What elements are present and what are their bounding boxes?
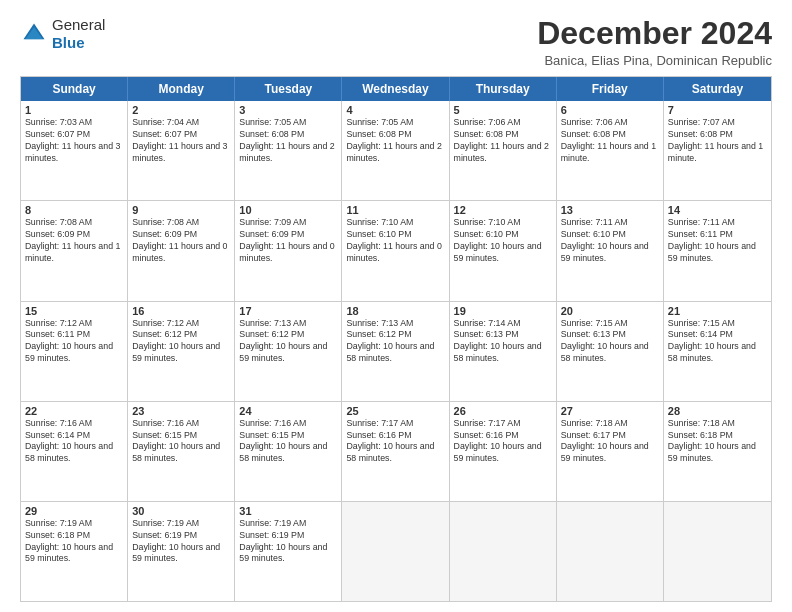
day-cell-28: 28Sunrise: 7:18 AMSunset: 6:18 PMDayligh… bbox=[664, 402, 771, 501]
day-cell-22: 22Sunrise: 7:16 AMSunset: 6:14 PMDayligh… bbox=[21, 402, 128, 501]
day-info: Sunrise: 7:19 AMSunset: 6:18 PMDaylight:… bbox=[25, 518, 123, 566]
day-info: Sunrise: 7:08 AMSunset: 6:09 PMDaylight:… bbox=[25, 217, 123, 265]
header-day-friday: Friday bbox=[557, 77, 664, 101]
day-number: 23 bbox=[132, 405, 230, 417]
calendar-row-3: 15Sunrise: 7:12 AMSunset: 6:11 PMDayligh… bbox=[21, 301, 771, 401]
header-day-tuesday: Tuesday bbox=[235, 77, 342, 101]
day-number: 9 bbox=[132, 204, 230, 216]
day-number: 3 bbox=[239, 104, 337, 116]
day-number: 29 bbox=[25, 505, 123, 517]
header-day-sunday: Sunday bbox=[21, 77, 128, 101]
day-info: Sunrise: 7:08 AMSunset: 6:09 PMDaylight:… bbox=[132, 217, 230, 265]
calendar-row-2: 8Sunrise: 7:08 AMSunset: 6:09 PMDaylight… bbox=[21, 200, 771, 300]
day-info: Sunrise: 7:06 AMSunset: 6:08 PMDaylight:… bbox=[561, 117, 659, 165]
logo-icon bbox=[20, 20, 48, 48]
logo: General Blue bbox=[20, 16, 105, 52]
day-cell-19: 19Sunrise: 7:14 AMSunset: 6:13 PMDayligh… bbox=[450, 302, 557, 401]
day-info: Sunrise: 7:13 AMSunset: 6:12 PMDaylight:… bbox=[239, 318, 337, 366]
day-number: 11 bbox=[346, 204, 444, 216]
day-cell-empty bbox=[450, 502, 557, 601]
logo-text: General Blue bbox=[52, 16, 105, 52]
day-info: Sunrise: 7:11 AMSunset: 6:10 PMDaylight:… bbox=[561, 217, 659, 265]
day-number: 31 bbox=[239, 505, 337, 517]
day-number: 27 bbox=[561, 405, 659, 417]
day-info: Sunrise: 7:13 AMSunset: 6:12 PMDaylight:… bbox=[346, 318, 444, 366]
month-title: December 2024 bbox=[537, 16, 772, 51]
day-cell-29: 29Sunrise: 7:19 AMSunset: 6:18 PMDayligh… bbox=[21, 502, 128, 601]
day-info: Sunrise: 7:12 AMSunset: 6:12 PMDaylight:… bbox=[132, 318, 230, 366]
header-day-thursday: Thursday bbox=[450, 77, 557, 101]
calendar-header: SundayMondayTuesdayWednesdayThursdayFrid… bbox=[21, 77, 771, 101]
day-info: Sunrise: 7:12 AMSunset: 6:11 PMDaylight:… bbox=[25, 318, 123, 366]
day-cell-empty bbox=[557, 502, 664, 601]
day-number: 12 bbox=[454, 204, 552, 216]
day-cell-27: 27Sunrise: 7:18 AMSunset: 6:17 PMDayligh… bbox=[557, 402, 664, 501]
day-info: Sunrise: 7:16 AMSunset: 6:15 PMDaylight:… bbox=[239, 418, 337, 466]
day-number: 1 bbox=[25, 104, 123, 116]
header: General Blue December 2024 Banica, Elias… bbox=[20, 16, 772, 68]
day-info: Sunrise: 7:06 AMSunset: 6:08 PMDaylight:… bbox=[454, 117, 552, 165]
header-day-wednesday: Wednesday bbox=[342, 77, 449, 101]
day-number: 30 bbox=[132, 505, 230, 517]
day-cell-4: 4Sunrise: 7:05 AMSunset: 6:08 PMDaylight… bbox=[342, 101, 449, 200]
day-cell-30: 30Sunrise: 7:19 AMSunset: 6:19 PMDayligh… bbox=[128, 502, 235, 601]
day-info: Sunrise: 7:17 AMSunset: 6:16 PMDaylight:… bbox=[454, 418, 552, 466]
day-number: 19 bbox=[454, 305, 552, 317]
day-number: 13 bbox=[561, 204, 659, 216]
calendar-row-4: 22Sunrise: 7:16 AMSunset: 6:14 PMDayligh… bbox=[21, 401, 771, 501]
day-number: 15 bbox=[25, 305, 123, 317]
day-number: 17 bbox=[239, 305, 337, 317]
day-cell-18: 18Sunrise: 7:13 AMSunset: 6:12 PMDayligh… bbox=[342, 302, 449, 401]
day-info: Sunrise: 7:10 AMSunset: 6:10 PMDaylight:… bbox=[346, 217, 444, 265]
day-number: 14 bbox=[668, 204, 767, 216]
day-cell-7: 7Sunrise: 7:07 AMSunset: 6:08 PMDaylight… bbox=[664, 101, 771, 200]
day-info: Sunrise: 7:05 AMSunset: 6:08 PMDaylight:… bbox=[239, 117, 337, 165]
day-number: 22 bbox=[25, 405, 123, 417]
day-number: 21 bbox=[668, 305, 767, 317]
day-info: Sunrise: 7:15 AMSunset: 6:13 PMDaylight:… bbox=[561, 318, 659, 366]
calendar-body: 1Sunrise: 7:03 AMSunset: 6:07 PMDaylight… bbox=[21, 101, 771, 601]
day-cell-3: 3Sunrise: 7:05 AMSunset: 6:08 PMDaylight… bbox=[235, 101, 342, 200]
page: General Blue December 2024 Banica, Elias… bbox=[0, 0, 792, 612]
day-cell-23: 23Sunrise: 7:16 AMSunset: 6:15 PMDayligh… bbox=[128, 402, 235, 501]
day-info: Sunrise: 7:15 AMSunset: 6:14 PMDaylight:… bbox=[668, 318, 767, 366]
day-number: 2 bbox=[132, 104, 230, 116]
day-cell-2: 2Sunrise: 7:04 AMSunset: 6:07 PMDaylight… bbox=[128, 101, 235, 200]
location-subtitle: Banica, Elias Pina, Dominican Republic bbox=[537, 53, 772, 68]
day-info: Sunrise: 7:07 AMSunset: 6:08 PMDaylight:… bbox=[668, 117, 767, 165]
day-number: 16 bbox=[132, 305, 230, 317]
day-cell-13: 13Sunrise: 7:11 AMSunset: 6:10 PMDayligh… bbox=[557, 201, 664, 300]
day-number: 10 bbox=[239, 204, 337, 216]
title-block: December 2024 Banica, Elias Pina, Domini… bbox=[537, 16, 772, 68]
day-cell-5: 5Sunrise: 7:06 AMSunset: 6:08 PMDaylight… bbox=[450, 101, 557, 200]
day-number: 5 bbox=[454, 104, 552, 116]
day-cell-empty bbox=[342, 502, 449, 601]
day-cell-11: 11Sunrise: 7:10 AMSunset: 6:10 PMDayligh… bbox=[342, 201, 449, 300]
day-info: Sunrise: 7:10 AMSunset: 6:10 PMDaylight:… bbox=[454, 217, 552, 265]
day-cell-9: 9Sunrise: 7:08 AMSunset: 6:09 PMDaylight… bbox=[128, 201, 235, 300]
day-info: Sunrise: 7:19 AMSunset: 6:19 PMDaylight:… bbox=[239, 518, 337, 566]
day-cell-12: 12Sunrise: 7:10 AMSunset: 6:10 PMDayligh… bbox=[450, 201, 557, 300]
day-cell-14: 14Sunrise: 7:11 AMSunset: 6:11 PMDayligh… bbox=[664, 201, 771, 300]
day-number: 18 bbox=[346, 305, 444, 317]
day-info: Sunrise: 7:09 AMSunset: 6:09 PMDaylight:… bbox=[239, 217, 337, 265]
day-number: 6 bbox=[561, 104, 659, 116]
day-cell-16: 16Sunrise: 7:12 AMSunset: 6:12 PMDayligh… bbox=[128, 302, 235, 401]
day-info: Sunrise: 7:05 AMSunset: 6:08 PMDaylight:… bbox=[346, 117, 444, 165]
day-number: 20 bbox=[561, 305, 659, 317]
day-info: Sunrise: 7:04 AMSunset: 6:07 PMDaylight:… bbox=[132, 117, 230, 165]
day-info: Sunrise: 7:14 AMSunset: 6:13 PMDaylight:… bbox=[454, 318, 552, 366]
day-info: Sunrise: 7:11 AMSunset: 6:11 PMDaylight:… bbox=[668, 217, 767, 265]
day-cell-8: 8Sunrise: 7:08 AMSunset: 6:09 PMDaylight… bbox=[21, 201, 128, 300]
day-info: Sunrise: 7:16 AMSunset: 6:15 PMDaylight:… bbox=[132, 418, 230, 466]
day-info: Sunrise: 7:03 AMSunset: 6:07 PMDaylight:… bbox=[25, 117, 123, 165]
day-cell-6: 6Sunrise: 7:06 AMSunset: 6:08 PMDaylight… bbox=[557, 101, 664, 200]
day-cell-15: 15Sunrise: 7:12 AMSunset: 6:11 PMDayligh… bbox=[21, 302, 128, 401]
day-info: Sunrise: 7:16 AMSunset: 6:14 PMDaylight:… bbox=[25, 418, 123, 466]
day-cell-empty bbox=[664, 502, 771, 601]
day-cell-25: 25Sunrise: 7:17 AMSunset: 6:16 PMDayligh… bbox=[342, 402, 449, 501]
day-cell-21: 21Sunrise: 7:15 AMSunset: 6:14 PMDayligh… bbox=[664, 302, 771, 401]
header-day-saturday: Saturday bbox=[664, 77, 771, 101]
day-number: 24 bbox=[239, 405, 337, 417]
calendar: SundayMondayTuesdayWednesdayThursdayFrid… bbox=[20, 76, 772, 602]
